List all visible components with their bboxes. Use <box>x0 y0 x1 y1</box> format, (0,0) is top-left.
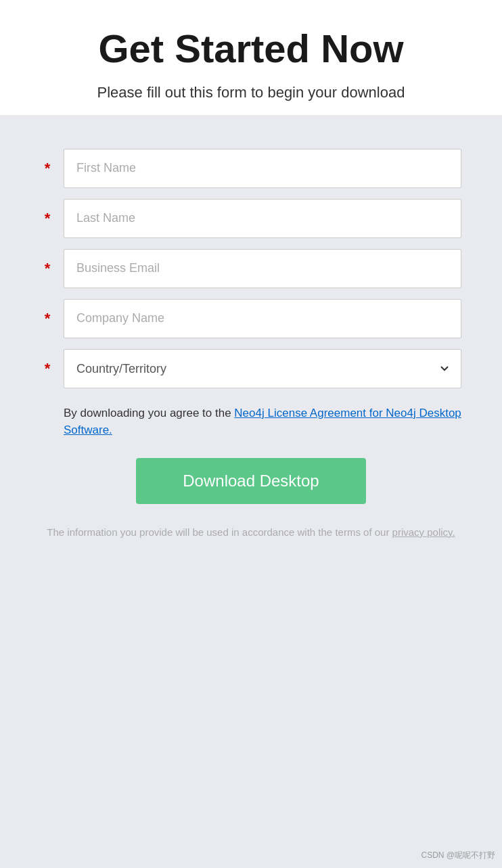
privacy-text: The information you provide will be used… <box>41 524 461 541</box>
first-name-input[interactable] <box>64 149 461 188</box>
page-header: Get Started Now Please fill out this for… <box>0 0 502 115</box>
form-container: * * * * * Country/Territory United State… <box>0 115 502 868</box>
required-star-company: * <box>41 310 54 327</box>
required-star-email: * <box>41 260 54 277</box>
privacy-text-before: The information you provide will be used… <box>47 526 392 538</box>
last-name-input[interactable] <box>64 199 461 238</box>
license-text: By downloading you agree to the Neo4j Li… <box>64 405 461 439</box>
country-select[interactable]: Country/Territory United States United K… <box>64 349 461 388</box>
required-star-last-name: * <box>41 210 54 227</box>
required-star-first-name: * <box>41 160 54 177</box>
business-email-input[interactable] <box>64 249 461 288</box>
first-name-field: * <box>41 149 461 188</box>
page-subtitle: Please fill out this form to begin your … <box>27 84 475 101</box>
required-star-country: * <box>41 360 54 378</box>
business-email-field: * <box>41 249 461 288</box>
page-title: Get Started Now <box>27 27 475 70</box>
watermark: CSDN @呢呢不打野 <box>421 850 495 861</box>
company-name-field: * <box>41 299 461 338</box>
last-name-field: * <box>41 199 461 238</box>
license-text-before: By downloading you agree to the <box>64 407 234 419</box>
country-field: * Country/Territory United States United… <box>41 349 461 388</box>
company-name-input[interactable] <box>64 299 461 338</box>
privacy-policy-link[interactable]: privacy policy. <box>392 526 455 538</box>
download-button[interactable]: Download Desktop <box>136 458 366 504</box>
